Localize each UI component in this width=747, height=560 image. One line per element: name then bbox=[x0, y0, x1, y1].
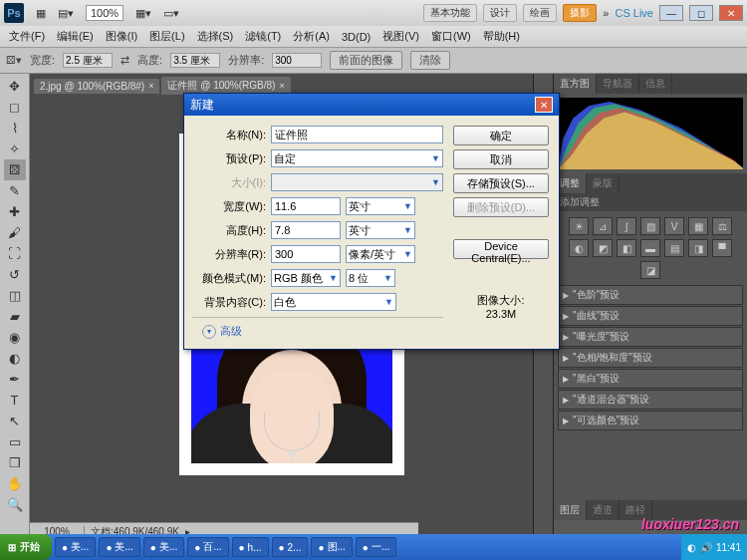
bridge-icon[interactable]: ▦ bbox=[36, 7, 46, 20]
preset-curves[interactable]: ▶"曲线"预设 bbox=[558, 306, 743, 326]
vibrance-icon[interactable]: V bbox=[664, 217, 684, 235]
selective-color-icon[interactable]: ◪ bbox=[640, 261, 660, 279]
name-input[interactable] bbox=[271, 126, 443, 143]
tray-icon[interactable]: 🔊 bbox=[700, 542, 712, 553]
close-icon[interactable]: × bbox=[148, 81, 153, 91]
preset-selcolor[interactable]: ▶"可选颜色"预设 bbox=[558, 411, 743, 430]
exposure-icon[interactable]: ▨ bbox=[640, 217, 660, 235]
advanced-toggle[interactable]: ▾ 高级 bbox=[192, 324, 443, 339]
menu-analysis[interactable]: 分析(A) bbox=[288, 27, 335, 46]
system-tray[interactable]: ◐ 🔊 11:41 bbox=[681, 534, 747, 560]
tab-histogram[interactable]: 直方图 bbox=[554, 74, 597, 94]
screen-mode-icon[interactable]: ▭▾ bbox=[163, 7, 179, 20]
minimize-button[interactable]: — bbox=[659, 5, 683, 21]
workspace-paint[interactable]: 绘画 bbox=[523, 4, 557, 22]
task-item[interactable]: ● 图... bbox=[311, 537, 352, 557]
res-input[interactable] bbox=[271, 245, 341, 263]
lasso-tool[interactable]: ⌇ bbox=[4, 118, 26, 139]
cancel-button[interactable]: 取消 bbox=[453, 149, 549, 169]
cslive-button[interactable]: CS Live bbox=[615, 7, 653, 19]
eyedropper-tool[interactable]: ✎ bbox=[4, 180, 26, 201]
blur-tool[interactable]: ◉ bbox=[4, 327, 26, 348]
tab-channels[interactable]: 通道 bbox=[587, 500, 620, 520]
close-icon[interactable]: × bbox=[279, 81, 284, 91]
threshold-icon[interactable]: ◨ bbox=[688, 239, 708, 257]
tab-navigator[interactable]: 导航器 bbox=[597, 74, 639, 94]
posterize-icon[interactable]: ▤ bbox=[664, 239, 684, 257]
start-button[interactable]: ⊞开始 bbox=[0, 534, 52, 560]
pen-tool[interactable]: ✒ bbox=[4, 369, 26, 390]
menu-file[interactable]: 文件(F) bbox=[4, 27, 50, 46]
width-unit-select[interactable]: 英寸▼ bbox=[346, 197, 415, 215]
preset-select[interactable]: 自定▼ bbox=[271, 149, 443, 167]
preset-hue[interactable]: ▶"色相/饱和度"预设 bbox=[558, 348, 743, 368]
preset-exposure[interactable]: ▶"曝光度"预设 bbox=[558, 327, 743, 347]
dialog-close-button[interactable]: ✕ bbox=[535, 97, 553, 113]
3d-tool[interactable]: ❒ bbox=[4, 452, 26, 473]
preset-channelmix[interactable]: ▶"通道混合器"预设 bbox=[558, 390, 743, 410]
view-extras-icon[interactable]: ▦▾ bbox=[135, 7, 151, 20]
height-unit-select[interactable]: 英寸▼ bbox=[346, 221, 415, 239]
opt-height-input[interactable] bbox=[170, 53, 220, 68]
menu-help[interactable]: 帮助(H) bbox=[478, 27, 525, 46]
crop-tool[interactable]: ⚄ bbox=[4, 159, 26, 180]
menu-filter[interactable]: 滤镜(T) bbox=[240, 27, 286, 46]
bw-icon[interactable]: ◐ bbox=[569, 239, 589, 257]
crop-tool-icon[interactable]: ⚄▾ bbox=[6, 54, 22, 67]
tab-info[interactable]: 信息 bbox=[639, 74, 672, 94]
marquee-tool[interactable]: ◻ bbox=[4, 97, 26, 118]
preset-bw[interactable]: ▶"黑白"预设 bbox=[558, 369, 743, 389]
mini-bridge-icon[interactable]: ▤▾ bbox=[58, 7, 74, 20]
shape-tool[interactable]: ▭ bbox=[4, 431, 26, 452]
mode-select[interactable]: RGB 颜色▼ bbox=[271, 269, 341, 287]
task-item[interactable]: ● 一... bbox=[356, 537, 396, 557]
hue-icon[interactable]: ▦ bbox=[688, 217, 708, 235]
res-unit-select[interactable]: 像素/英寸▼ bbox=[346, 245, 415, 263]
clear-button[interactable]: 清除 bbox=[410, 51, 450, 70]
opt-width-input[interactable] bbox=[63, 53, 113, 68]
tray-icon[interactable]: ◐ bbox=[687, 542, 696, 553]
menu-view[interactable]: 视图(V) bbox=[377, 27, 424, 46]
path-tool[interactable]: ↖ bbox=[4, 411, 26, 431]
stamp-tool[interactable]: ⛶ bbox=[4, 243, 26, 264]
depth-select[interactable]: 8 位▼ bbox=[346, 269, 395, 287]
clock[interactable]: 11:41 bbox=[716, 542, 741, 553]
task-item[interactable]: ● 百... bbox=[187, 537, 228, 557]
channel-mixer-icon[interactable]: ◧ bbox=[617, 239, 636, 257]
hand-tool[interactable]: ✋ bbox=[4, 473, 26, 494]
levels-icon[interactable]: ⊿ bbox=[593, 217, 613, 235]
width-input[interactable] bbox=[271, 197, 341, 215]
menu-window[interactable]: 窗口(W) bbox=[426, 27, 476, 46]
menu-edit[interactable]: 编辑(E) bbox=[52, 27, 99, 46]
menu-select[interactable]: 选择(S) bbox=[192, 27, 239, 46]
eraser-tool[interactable]: ◫ bbox=[4, 285, 26, 306]
invert-icon[interactable]: ▬ bbox=[640, 239, 660, 257]
task-item[interactable]: ● 美... bbox=[99, 537, 139, 557]
type-tool[interactable]: T bbox=[4, 390, 26, 411]
menu-3d[interactable]: 3D(D) bbox=[337, 29, 375, 45]
maximize-button[interactable]: ◻ bbox=[689, 5, 713, 21]
doc-tab-1[interactable]: 2.jpg @ 100%(RGB/8#)× bbox=[34, 79, 159, 94]
brush-tool[interactable]: 🖌 bbox=[4, 222, 26, 243]
tab-layers[interactable]: 图层 bbox=[554, 500, 587, 520]
dodge-tool[interactable]: ◐ bbox=[4, 348, 26, 369]
workspace-more-icon[interactable]: » bbox=[603, 7, 609, 19]
task-item[interactable]: ● 美... bbox=[55, 537, 96, 557]
task-item[interactable]: ● 2... bbox=[272, 537, 309, 557]
save-preset-button[interactable]: 存储预设(S)... bbox=[453, 173, 549, 193]
gradient-map-icon[interactable]: ▀ bbox=[712, 239, 732, 257]
photo-filter-icon[interactable]: ◩ bbox=[593, 239, 613, 257]
curves-icon[interactable]: ∫ bbox=[617, 217, 636, 235]
close-button[interactable]: ✕ bbox=[719, 5, 743, 21]
bg-select[interactable]: 白色▼ bbox=[271, 293, 396, 311]
gradient-tool[interactable]: ▰ bbox=[4, 306, 26, 327]
workspace-photo[interactable]: 摄影 bbox=[563, 4, 597, 22]
colorbalance-icon[interactable]: ⚖ bbox=[712, 217, 732, 235]
zoom-tool[interactable]: 🔍 bbox=[4, 494, 26, 515]
task-item[interactable]: ● h... bbox=[232, 537, 269, 557]
device-central-button[interactable]: Device Central(E)... bbox=[453, 239, 549, 259]
workspace-design[interactable]: 设计 bbox=[483, 4, 517, 22]
wand-tool[interactable]: ✧ bbox=[4, 139, 26, 159]
height-input[interactable] bbox=[271, 221, 341, 239]
menu-image[interactable]: 图像(I) bbox=[101, 27, 142, 46]
